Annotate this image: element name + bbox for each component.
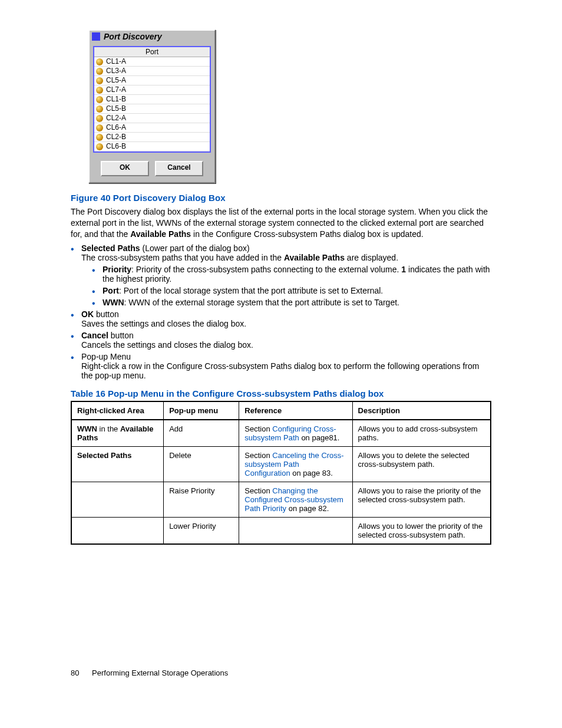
page-number: 80 [71, 668, 79, 677]
paragraph: Saves the settings and closes the dialog… [81, 319, 491, 328]
text: : WWN of the external storage system tha… [124, 298, 399, 307]
text: in the [97, 424, 120, 433]
port-label: CL5-B [106, 104, 126, 113]
table-cell [71, 517, 164, 544]
bullet-list: Selected Paths (Lower part of the dialog… [71, 243, 491, 380]
text-bold: Available Paths [130, 229, 191, 239]
page-footer: 80 Performing External Storage Operation… [71, 668, 491, 677]
table-cell: Allows you to raise the priority of the … [352, 482, 491, 517]
text: Section [244, 424, 272, 433]
text: button [108, 331, 134, 340]
figure-caption: Figure 40 Port Discovery Dialog Box [71, 193, 491, 203]
text: are displayed. [345, 253, 398, 262]
text: : Port of the local storage system that … [119, 286, 383, 295]
text: on page 82. [286, 504, 329, 513]
list-item: Priority: Priority of the cross-subsyste… [92, 265, 491, 284]
text: (Lower part of the dialog box) [140, 243, 250, 253]
paragraph: Cancels the settings and closes the dial… [81, 340, 491, 350]
table-header-row: Right-clicked Area Pop-up menu Reference… [71, 401, 491, 420]
text: Section [244, 451, 272, 460]
port-label: CL5-A [106, 76, 126, 85]
table-cell: Add [164, 420, 239, 447]
port-row[interactable]: CL5-B [94, 104, 210, 114]
list-item: WWN: WWN of the external storage system … [92, 298, 491, 307]
table-cell: Section Changing the Configured Cross-su… [239, 482, 352, 517]
text: Section [244, 486, 272, 495]
text: Pop-up Menu [81, 352, 131, 361]
port-icon [96, 106, 103, 113]
text-bold: WWN [77, 424, 97, 433]
table-row: WWN in the Available Paths Add Section C… [71, 420, 491, 447]
table-cell: Section Configuring Cross-subsystem Path… [239, 420, 352, 447]
footer-text: Performing External Storage Operations [92, 668, 228, 677]
table-cell: Selected Paths [71, 446, 164, 482]
port-row[interactable]: CL1-A [94, 57, 210, 67]
popup-menu-table: Right-clicked Area Pop-up menu Reference… [71, 401, 491, 545]
text: : Priority of the cross-subsystem paths … [131, 265, 401, 274]
table-cell: WWN in the Available Paths [71, 420, 164, 447]
port-label: CL2-A [106, 114, 126, 123]
list-item: OK button Saves the settings and closes … [71, 309, 491, 328]
port-icon [96, 115, 103, 122]
list-item: Pop-up Menu Right-click a row in the Con… [71, 352, 491, 380]
text: button [94, 309, 119, 319]
port-label: CL7-A [106, 85, 126, 94]
port-row[interactable]: CL5-A [94, 76, 210, 85]
table-header: Pop-up menu [164, 401, 239, 420]
port-label: CL6-B [106, 142, 126, 151]
port-label: CL1-A [106, 57, 126, 66]
text-bold: 1 [401, 265, 406, 274]
text: in the Configure Cross-subsystem Paths d… [191, 229, 424, 239]
port-label: CL2-B [106, 133, 126, 141]
table-cell: Lower Priority [164, 517, 239, 544]
table-cell [71, 482, 164, 517]
text-bold: Available Paths [284, 253, 345, 262]
list-item: Port: Port of the local storage system t… [92, 286, 491, 295]
table-cell: Allows you to add cross-subsystem paths. [352, 420, 491, 447]
port-list: Port CL1-A CL3-A CL5-A CL7-A CL1-B CL5-B… [93, 46, 211, 153]
port-row[interactable]: CL3-A [94, 67, 210, 76]
port-label: CL3-A [106, 67, 126, 75]
table-caption: Table 16 Pop-up Menu in the Configure Cr… [71, 388, 491, 398]
port-row[interactable]: CL2-A [94, 114, 210, 123]
port-row[interactable]: CL6-A [94, 123, 210, 133]
port-icon [96, 68, 103, 75]
dialog-icon [92, 32, 100, 41]
port-icon [96, 143, 103, 150]
list-item: Selected Paths (Lower part of the dialog… [71, 243, 491, 307]
port-discovery-dialog: Port Discovery Port CL1-A CL3-A CL5-A CL… [88, 29, 216, 183]
dialog-button-row: OK Cancel [90, 156, 214, 182]
port-icon [96, 77, 103, 84]
ok-button[interactable]: OK [101, 161, 149, 176]
text-bold: Selected Paths [77, 451, 132, 460]
text-bold: Priority [103, 265, 131, 274]
port-row[interactable]: CL7-A [94, 85, 210, 95]
dialog-titlebar: Port Discovery [90, 31, 214, 42]
table-cell: Allows you to delete the selected cross-… [352, 446, 491, 482]
port-row[interactable]: CL2-B [94, 133, 210, 142]
table-cell: Delete [164, 446, 239, 482]
port-label: CL1-B [106, 95, 126, 104]
port-icon [96, 96, 103, 103]
table-row: Raise Priority Section Changing the Conf… [71, 482, 491, 517]
text-bold: Cancel [81, 331, 108, 340]
port-row[interactable]: CL6-B [94, 142, 210, 151]
cancel-button[interactable]: Cancel [155, 161, 203, 176]
table-header: Reference [239, 401, 352, 420]
list-item: Cancel button Cancels the settings and c… [71, 331, 491, 350]
port-icon [96, 87, 103, 94]
port-label: CL6-A [106, 123, 126, 132]
paragraph: The Port Discovery dialog box displays t… [71, 206, 491, 240]
table-header: Right-clicked Area [71, 401, 164, 420]
table-row: Selected Paths Delete Section Canceling … [71, 446, 491, 482]
port-icon [96, 58, 103, 65]
table-cell [239, 517, 352, 544]
dialog-title-text: Port Discovery [104, 32, 162, 41]
table-cell: Raise Priority [164, 482, 239, 517]
text-bold: Selected Paths [81, 243, 140, 253]
port-icon [96, 124, 103, 131]
port-column-header: Port [94, 47, 210, 57]
port-row[interactable]: CL1-B [94, 95, 210, 104]
text-bold: WWN [103, 298, 124, 307]
table-header: Description [352, 401, 491, 420]
